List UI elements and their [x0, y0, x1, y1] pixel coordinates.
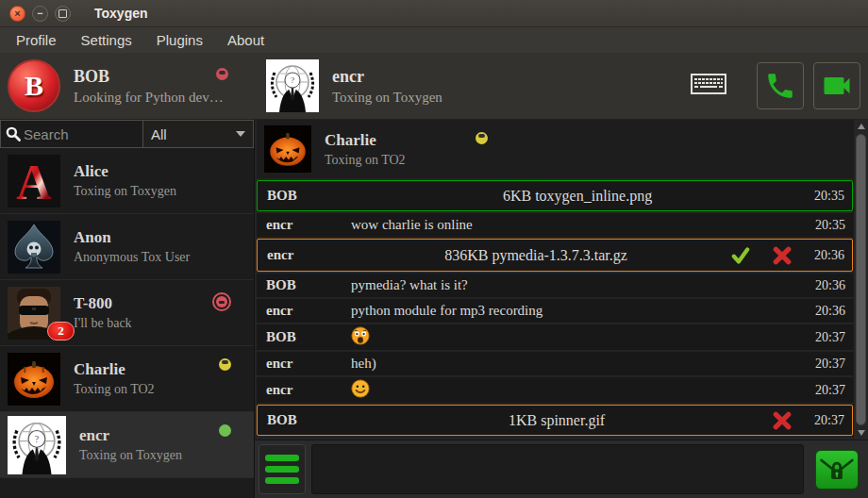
- avatar-charlie: [8, 353, 60, 406]
- contact-row-anon[interactable]: Anon Anonymous Tox User: [0, 214, 254, 280]
- send-encrypted-icon: [815, 450, 859, 490]
- avatar-charlie: [264, 125, 311, 173]
- phone-icon: [764, 70, 796, 102]
- attachments-menu-button[interactable]: [259, 444, 306, 494]
- close-button[interactable]: ×: [9, 6, 25, 22]
- title-bar: × − Toxygen: [0, 0, 868, 27]
- away-status-icon: [476, 132, 488, 144]
- message-time: 20:35: [814, 189, 844, 204]
- message-input[interactable]: [311, 444, 804, 494]
- maximize-button[interactable]: [55, 6, 71, 22]
- file-label: 6KB toxygen_inline.png: [352, 188, 803, 205]
- shocked-face-icon: [351, 326, 370, 345]
- message-sender: encr: [266, 382, 351, 398]
- message-sender: BOB: [267, 188, 352, 204]
- self-avatar[interactable]: B: [8, 59, 60, 112]
- window-title: Toxygen: [94, 6, 148, 21]
- send-button[interactable]: [810, 444, 864, 494]
- message-sender: encr: [267, 247, 352, 263]
- message-row: encr python module for mp3 recording 20:…: [257, 299, 853, 323]
- contact-status-message: Toxing on Toxygen: [74, 184, 176, 199]
- search-icon: [5, 125, 22, 142]
- chat-panel: Charlie Toxing on TO2 BOB 6KB toxygen_in…: [255, 120, 868, 498]
- message-composer: [255, 440, 868, 498]
- card-status-message: Toxing on TO2: [325, 153, 406, 168]
- header-row: B BOB Looking for Python dev… ?: [0, 53, 868, 120]
- contact-status-message: I'll be back: [74, 316, 132, 331]
- contact-avatar-encr: ?: [266, 59, 319, 112]
- message-sender: BOB: [266, 329, 351, 345]
- contact-row-t800[interactable]: T-800 I'll be back 2: [0, 280, 254, 346]
- contact-name: Charlie: [74, 360, 155, 379]
- file-transfer-row: BOB 1KB spinner.gif 20:37: [257, 405, 853, 436]
- message-text: wow charlie is online: [351, 217, 804, 233]
- svg-text:?: ?: [291, 75, 294, 85]
- contact-name: Anon: [74, 228, 190, 247]
- contact-name: T-800: [74, 294, 132, 313]
- menu-about[interactable]: About: [215, 30, 276, 50]
- message-time: 20:37: [815, 383, 845, 398]
- cancel-file-button[interactable]: [767, 243, 797, 268]
- menu-profile[interactable]: Profile: [4, 30, 69, 50]
- busy-status-icon: [216, 68, 228, 80]
- x-icon: [773, 409, 792, 432]
- cancel-file-button[interactable]: [767, 408, 797, 433]
- contact-row-encr[interactable]: ? encr Toxing on Toxygen: [0, 412, 254, 478]
- accept-file-button[interactable]: [726, 243, 756, 268]
- message-sender: BOB: [267, 412, 352, 428]
- search-box: [0, 120, 143, 148]
- contact-filter-dropdown[interactable]: All: [143, 120, 254, 148]
- message-sender: encr: [266, 356, 351, 372]
- scroll-down-arrow[interactable]: [854, 426, 868, 440]
- anonymous-logo: ?: [266, 59, 319, 112]
- message-time: 20:36: [815, 278, 845, 293]
- search-row: All: [0, 120, 254, 148]
- menu-settings[interactable]: Settings: [69, 30, 144, 50]
- contact-row-charlie[interactable]: Charlie Toxing on TO2: [0, 346, 254, 412]
- self-status-message: Looking for Python dev…: [74, 90, 224, 106]
- message-row: BOB 20:37: [257, 324, 853, 350]
- check-icon: [731, 243, 750, 268]
- message-smiley: [351, 326, 804, 349]
- search-input[interactable]: [22, 125, 139, 143]
- audio-call-button[interactable]: [757, 62, 804, 109]
- contact-card-charlie[interactable]: Charlie Toxing on TO2: [257, 120, 853, 178]
- contact-status-message: Toxing on TO2: [74, 382, 155, 397]
- message-history: Charlie Toxing on TO2 BOB 6KB toxygen_in…: [255, 120, 868, 440]
- svg-text:?: ?: [35, 433, 40, 443]
- file-label: 836KB pymedia-1.3.7.3.tar.gz: [352, 247, 720, 264]
- message-text: heh): [351, 356, 804, 372]
- self-profile[interactable]: B BOB Looking for Python dev…: [0, 53, 255, 119]
- self-name: BOB: [74, 67, 224, 87]
- chat-contact-name: encr: [332, 67, 442, 87]
- active-chat-header: ? encr Toxing on Toxygen: [255, 53, 868, 119]
- avatar-letter: B: [25, 70, 43, 102]
- smiling-face-icon: [351, 379, 370, 398]
- message-smiley: [351, 379, 804, 402]
- scrollbar[interactable]: [853, 120, 868, 440]
- scrollbar-thumb[interactable]: [856, 134, 866, 425]
- svg-text:A: A: [16, 156, 52, 208]
- message-row: encr wow charlie is online 20:35: [257, 213, 853, 237]
- scroll-up-arrow[interactable]: [854, 120, 868, 133]
- contact-status-message: Anonymous Tox User: [74, 250, 190, 265]
- message-text: pymedia? what is it?: [351, 277, 804, 293]
- menu-icon: [265, 455, 299, 484]
- file-transfer-row: BOB 6KB toxygen_inline.png 20:35: [257, 180, 853, 211]
- typing-keyboard-icon: [691, 72, 726, 100]
- away-status-icon: [219, 358, 231, 371]
- minimize-button[interactable]: −: [32, 6, 48, 22]
- online-status-icon: [219, 424, 231, 437]
- file-label: 1KB spinner.gif: [352, 412, 761, 429]
- message-time: 20:37: [815, 357, 845, 372]
- message-row: encr heh) 20:37: [257, 352, 853, 375]
- avatar-alice: A: [8, 155, 60, 208]
- unread-count-badge: 2: [47, 322, 75, 340]
- contact-list: A Alice Toxing on Toxygen: [0, 148, 254, 498]
- contact-row-alice[interactable]: A Alice Toxing on Toxygen: [0, 148, 254, 214]
- video-call-button[interactable]: [813, 62, 860, 109]
- contact-status-message: Toxing on Toxygen: [79, 448, 182, 463]
- message-sender: encr: [266, 217, 351, 233]
- avatar-anon: [8, 221, 60, 274]
- menu-plugins[interactable]: Plugins: [144, 30, 215, 50]
